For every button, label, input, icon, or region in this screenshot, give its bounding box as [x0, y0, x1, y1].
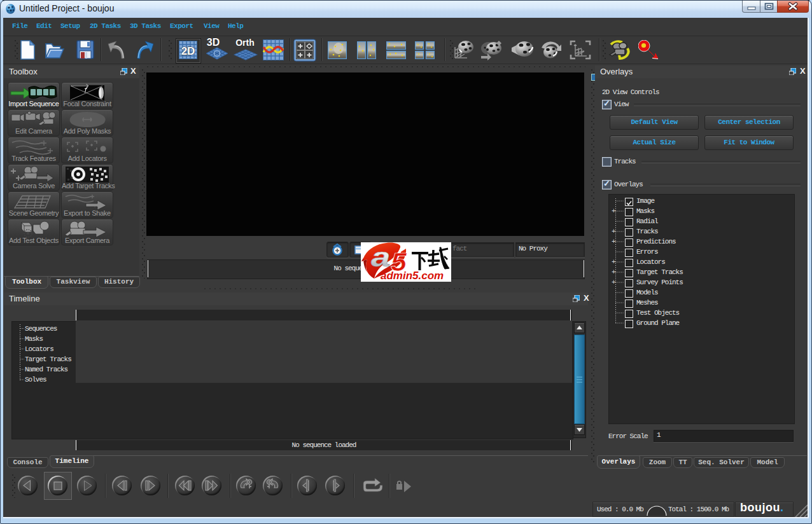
svg-text:admin5.com: admin5.com — [381, 270, 444, 282]
svg-text:a: a — [371, 242, 390, 272]
svg-text:Orth: Orth — [235, 38, 255, 48]
svg-text:3D: 3D — [207, 37, 220, 48]
svg-text:2D: 2D — [181, 45, 195, 57]
